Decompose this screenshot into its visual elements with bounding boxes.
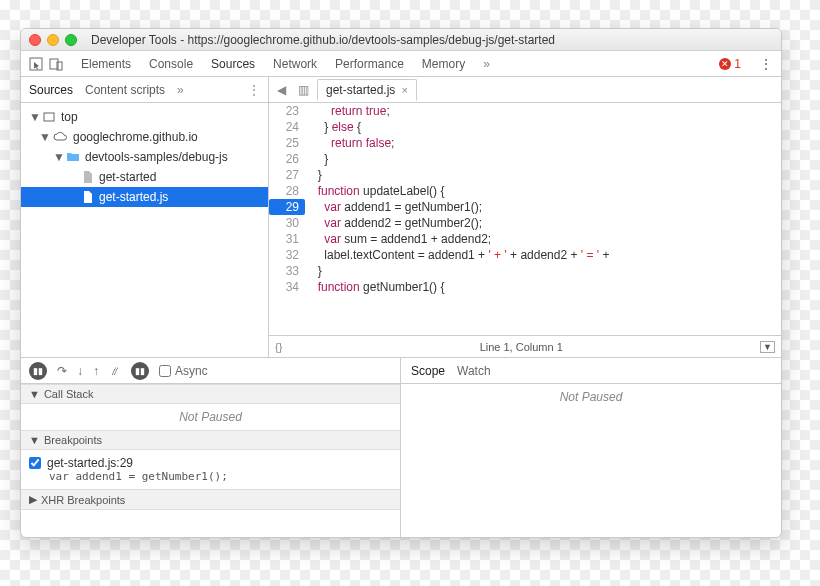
step-into-icon[interactable]: ↓ [77, 364, 83, 378]
inspect-icon[interactable] [29, 57, 43, 71]
code-line: var addend2 = getNumber2(); [305, 215, 482, 231]
error-badge[interactable]: ✕1 [719, 57, 741, 71]
code-line: } [305, 263, 322, 279]
gutter-line[interactable]: 24 [269, 119, 305, 135]
gutter-line[interactable]: 29 [269, 199, 305, 215]
cursor-position: Line 1, Column 1 [480, 341, 563, 353]
toggle-navigator-icon[interactable]: ▥ [294, 83, 313, 97]
scope-watch-tabs: Scope Watch [401, 358, 781, 384]
editor-tabbar: ◀ ▥ get-started.js × [269, 77, 781, 103]
code-line: } [305, 167, 322, 183]
editor-statusbar: {} Line 1, Column 1 ▼ [269, 335, 781, 357]
call-stack-header[interactable]: ▼Call Stack [21, 384, 400, 404]
cloud-icon [53, 132, 67, 142]
maximize-icon[interactable] [65, 34, 77, 46]
code-line: var sum = addend1 + addend2; [305, 231, 491, 247]
pretty-print-icon[interactable]: {} [275, 341, 282, 353]
pause-resume-button[interactable]: ▮▮ [29, 362, 47, 380]
tree-domain[interactable]: ▼ googlechrome.github.io [21, 127, 268, 147]
tree-top[interactable]: ▼ top [21, 107, 268, 127]
editor-tab[interactable]: get-started.js × [317, 79, 417, 101]
gutter-line[interactable]: 33 [269, 263, 305, 279]
gutter-line[interactable]: 30 [269, 215, 305, 231]
tab-elements[interactable]: Elements [81, 57, 131, 71]
file-icon [83, 191, 93, 203]
gutter-line[interactable]: 26 [269, 151, 305, 167]
editor-tab-label: get-started.js [326, 83, 395, 97]
tab-watch[interactable]: Watch [457, 364, 491, 378]
file-icon [83, 171, 93, 183]
tab-memory[interactable]: Memory [422, 57, 465, 71]
titlebar: Developer Tools - https://googlechrome.g… [21, 29, 781, 51]
close-tab-icon[interactable]: × [401, 84, 407, 96]
xhr-breakpoints-header[interactable]: ▶XHR Breakpoints [21, 489, 400, 510]
gutter-line[interactable]: 23 [269, 103, 305, 119]
code-editor[interactable]: 23 return true;24 } else {25 return fals… [269, 103, 781, 335]
frame-icon [43, 111, 55, 123]
code-line: return false; [305, 135, 394, 151]
gutter-line[interactable]: 32 [269, 247, 305, 263]
file-tree: ▼ top ▼ googlechrome.github.io ▼ devtool… [21, 103, 268, 357]
code-line: } [305, 151, 328, 167]
window-title: Developer Tools - https://googlechrome.g… [91, 33, 555, 47]
gutter-line[interactable]: 25 [269, 135, 305, 151]
settings-icon[interactable]: ⋮ [759, 56, 773, 72]
nav-back-icon[interactable]: ◀ [273, 83, 290, 97]
close-icon[interactable] [29, 34, 41, 46]
gutter-line[interactable]: 28 [269, 183, 305, 199]
gutter-line[interactable]: 34 [269, 279, 305, 295]
breakpoint-checkbox[interactable] [29, 457, 41, 469]
gutter-line[interactable]: 31 [269, 231, 305, 247]
tab-sources[interactable]: Sources [211, 57, 255, 71]
breakpoint-code: var addend1 = getNumber1(); [29, 470, 228, 483]
deactivate-breakpoints-icon[interactable]: ⫽ [109, 364, 121, 378]
code-line: function getNumber1() { [305, 279, 444, 295]
code-line: return true; [305, 103, 390, 119]
tab-scope[interactable]: Scope [411, 364, 445, 378]
step-out-icon[interactable]: ↑ [93, 364, 99, 378]
more-panels-icon[interactable]: » [483, 57, 490, 71]
panel-tabs: ElementsConsoleSourcesNetworkPerformance… [81, 57, 465, 71]
code-line: function updateLabel() { [305, 183, 444, 199]
devtools-window: Developer Tools - https://googlechrome.g… [20, 28, 782, 538]
sidebar-tab-content-scripts[interactable]: Content scripts [85, 83, 165, 97]
statusbar-menu-icon[interactable]: ▼ [760, 341, 775, 353]
breakpoints-list: get-started.js:29 var addend1 = getNumbe… [21, 450, 400, 489]
minimize-icon[interactable] [47, 34, 59, 46]
sidebar-more[interactable]: » [177, 83, 184, 97]
sidebar-menu-icon[interactable]: ⋮ [248, 83, 260, 97]
debugger-controls: ▮▮ ↷ ↓ ↑ ⫽ ▮▮ Async [21, 358, 400, 384]
gutter-line[interactable]: 27 [269, 167, 305, 183]
svg-rect-3 [44, 113, 54, 121]
code-line: label.textContent = addend1 + ' + ' + ad… [305, 247, 609, 263]
sidebar-tab-sources[interactable]: Sources [29, 83, 73, 97]
debugger-pane: ▮▮ ↷ ↓ ↑ ⫽ ▮▮ Async ▼Call Stack Not Paus… [21, 357, 781, 537]
tab-performance[interactable]: Performance [335, 57, 404, 71]
call-stack-state: Not Paused [21, 404, 400, 430]
code-line: } else { [305, 119, 361, 135]
tree-file-html[interactable]: get-started [21, 167, 268, 187]
tree-folder[interactable]: ▼ devtools-samples/debug-js [21, 147, 268, 167]
code-line: var addend1 = getNumber1(); [305, 199, 482, 215]
tab-console[interactable]: Console [149, 57, 193, 71]
scope-state: Not Paused [401, 384, 781, 410]
main-toolbar: ElementsConsoleSourcesNetworkPerformance… [21, 51, 781, 77]
pause-on-exceptions-icon[interactable]: ▮▮ [131, 362, 149, 380]
tab-network[interactable]: Network [273, 57, 317, 71]
device-mode-icon[interactable] [49, 57, 63, 71]
sources-sidebar: Sources Content scripts » ⋮ ▼ top ▼ goog… [21, 77, 269, 357]
step-over-icon[interactable]: ↷ [57, 364, 67, 378]
folder-icon [67, 152, 79, 162]
breakpoint-item[interactable]: get-started.js:29 [29, 456, 392, 470]
tree-file-js[interactable]: get-started.js [21, 187, 268, 207]
async-checkbox[interactable]: Async [159, 364, 208, 378]
breakpoints-header[interactable]: ▼Breakpoints [21, 430, 400, 450]
